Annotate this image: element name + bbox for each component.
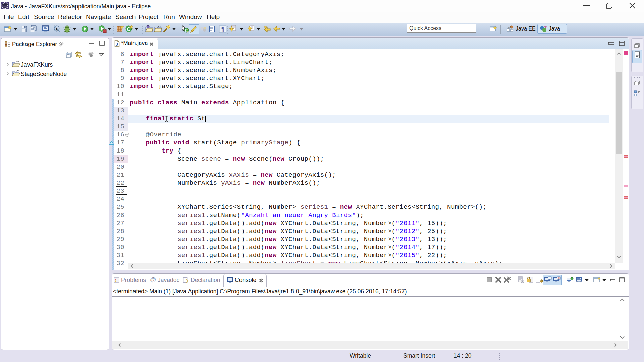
svg-text:¶: ¶ <box>221 26 224 32</box>
svg-text:C: C <box>185 28 188 33</box>
